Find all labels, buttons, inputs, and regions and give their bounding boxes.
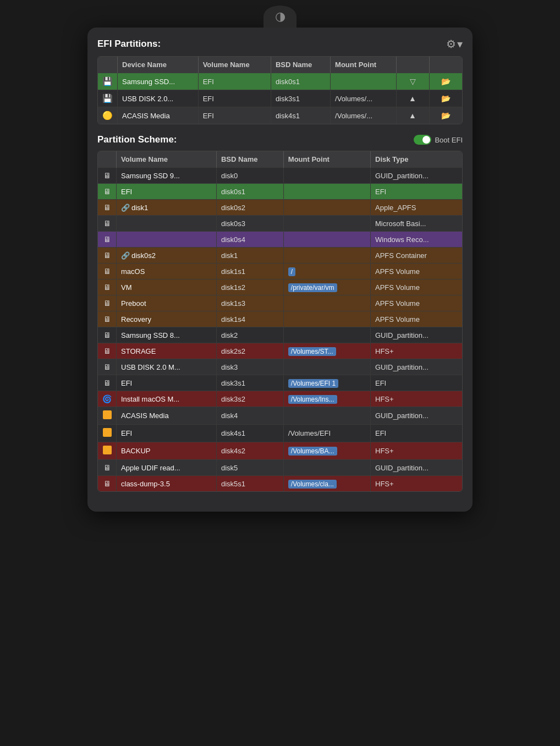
mount-point-cell (283, 216, 370, 232)
volume-name-cell: class-dump-3.5 (117, 476, 217, 492)
volume-name-cell (117, 216, 217, 232)
mount-point-cell (283, 248, 370, 264)
volume-name-cell: Apple UDIF read... (117, 460, 217, 476)
action1-cell[interactable]: ▲ (396, 107, 429, 124)
chevron-down-icon: ▾ (457, 37, 463, 51)
gear-icon: ⚙ (446, 37, 456, 51)
disk-type-cell: Microsoft Basi... (371, 216, 463, 232)
bsd-name-cell: disk5s1 (216, 476, 283, 492)
row-icon: 🌀 (98, 391, 117, 407)
volume-name-cell: EFI (198, 107, 271, 124)
disk-type-cell: Apple_APFS (371, 200, 463, 216)
volume-name-cell: EFI (117, 184, 217, 200)
row-icon: 🖥 (98, 460, 117, 476)
efi-col-volume-name: Volume Name (198, 57, 271, 73)
disk-type-cell: EFI (371, 184, 463, 200)
efi-table: Device Name Volume Name BSD Name Mount P… (97, 56, 463, 124)
row-icon: 🖥 (98, 343, 117, 359)
mount-point-cell (283, 359, 370, 375)
bsd-name-cell: disk1s3 (216, 295, 283, 311)
disk-type-cell: GUID_partition... (371, 359, 463, 375)
row-icon: 🖥 (98, 295, 117, 311)
row-icon: 🖥 (98, 168, 117, 184)
mount-point-cell (283, 295, 370, 311)
bsd-name-cell: disk0s4 (216, 232, 283, 248)
volume-name-cell: macOS (117, 264, 217, 279)
action1-cell[interactable]: ▲ (396, 90, 429, 107)
action2-cell[interactable]: 📂 (429, 90, 462, 107)
boot-efi-toggle[interactable] (414, 135, 431, 145)
disk-type-cell: HFS+ (371, 476, 463, 492)
mount-point-cell: /Volumes/BA... (283, 442, 370, 460)
row-icon: 🖥 (98, 476, 117, 492)
bsd-name-cell: disk5 (216, 460, 283, 476)
efi-col-device-name: Device Name (118, 57, 199, 73)
bsd-name-cell: disk3 (216, 359, 283, 375)
volume-name-cell: USB DISK 2.0 M... (117, 359, 217, 375)
action2-cell[interactable]: 📂 (429, 107, 462, 124)
mount-point-cell: /Volumes/... (331, 90, 396, 107)
row-icon: 🖥 (98, 216, 117, 232)
partition-col-mount-point: Mount Point (283, 151, 370, 168)
partition-section-title: Partition Scheme: (97, 134, 177, 145)
boot-efi-label: Boot EFI (435, 136, 463, 144)
row-icon: 🖥 (98, 184, 117, 200)
disk-type-cell: APFS Container (371, 248, 463, 264)
partition-table-row: EFI disk4s1 /Volumes/EFI EFI (98, 425, 462, 442)
volume-name-cell: STORAGE (117, 343, 217, 359)
partition-table-row: 🖥 disk0s4 Windows Reco... (98, 232, 462, 248)
bsd-name-cell: disk0s2 (216, 200, 283, 216)
mount-point-cell: /Volumes/ST... (283, 343, 370, 359)
row-icon: 🖥 (98, 248, 117, 264)
mount-point-cell (283, 200, 370, 216)
partition-col-icon (98, 151, 117, 168)
mount-point-cell: /Volumes/Ins... (283, 391, 370, 407)
row-icon: 🖥 (98, 359, 117, 375)
device-name-cell: ACASIS Media (118, 107, 199, 124)
partition-table-row: ACASIS Media disk4 GUID_partition... (98, 407, 462, 425)
bsd-name-cell: disk3s2 (216, 391, 283, 407)
bsd-name-cell: disk1s2 (216, 279, 283, 295)
mount-point-cell: /Volumes/... (331, 107, 396, 124)
volume-name-cell: EFI (117, 425, 217, 442)
disk-type-cell: GUID_partition... (371, 168, 463, 184)
partition-table-row: 🌀 Install macOS M... disk3s2 /Volumes/In… (98, 391, 462, 407)
partition-col-disk-type: Disk Type (371, 151, 463, 168)
disk-type-cell: GUID_partition... (371, 407, 463, 425)
device-name-cell: Samsung SSD... (118, 73, 199, 90)
volume-name-cell: VM (117, 279, 217, 295)
bsd-name-cell: disk1s4 (216, 311, 283, 327)
partition-table-row: BACKUP disk4s2 /Volumes/BA... HFS+ (98, 442, 462, 460)
efi-table-row: 💾 USB DISK 2.0... EFI disk3s1 /Volumes/.… (98, 90, 462, 107)
mount-point-cell: /Volumes/EFI 1 (283, 375, 370, 391)
bsd-name-cell: disk3s1 (216, 375, 283, 391)
partition-table-row: 🖥 Apple UDIF read... disk5 GUID_partitio… (98, 460, 462, 476)
bsd-name-cell: disk2 (216, 327, 283, 343)
mount-point-cell: /private/var/vm (283, 279, 370, 295)
bsd-name-cell: disk2s2 (216, 343, 283, 359)
notch-icon: ◑ (275, 9, 286, 24)
row-icon: 🖥 (98, 232, 117, 248)
efi-table-header-row: Device Name Volume Name BSD Name Mount P… (98, 57, 462, 73)
volume-name-cell: Install macOS M... (117, 391, 217, 407)
volume-name-cell: EFI (117, 375, 217, 391)
action1-cell[interactable]: ▽ (396, 73, 429, 90)
row-icon: 💾 (98, 73, 118, 90)
bsd-name-cell: disk0s1 (216, 184, 283, 200)
action2-cell[interactable]: 📂 (429, 73, 462, 90)
device-name-cell: USB DISK 2.0... (118, 90, 199, 107)
row-icon: 🖥 (98, 279, 117, 295)
partition-table-row: 🖥 Samsung SSD 9... disk0 GUID_partition.… (98, 168, 462, 184)
disk-type-cell: APFS Volume (371, 311, 463, 327)
bsd-name-cell: disk0 (216, 168, 283, 184)
volume-name-cell: ACASIS Media (117, 407, 217, 425)
row-icon: 🖥 (98, 311, 117, 327)
mount-point-cell (283, 184, 370, 200)
row-icon (98, 425, 117, 442)
row-icon: 🟡 (98, 107, 118, 124)
volume-name-cell: EFI (198, 90, 271, 107)
partition-col-bsd-name: BSD Name (216, 151, 283, 168)
row-icon (98, 407, 117, 425)
gear-button[interactable]: ⚙ ▾ (446, 37, 463, 51)
efi-table-row: 💾 Samsung SSD... EFI disk0s1 ▽ 📂 (98, 73, 462, 90)
